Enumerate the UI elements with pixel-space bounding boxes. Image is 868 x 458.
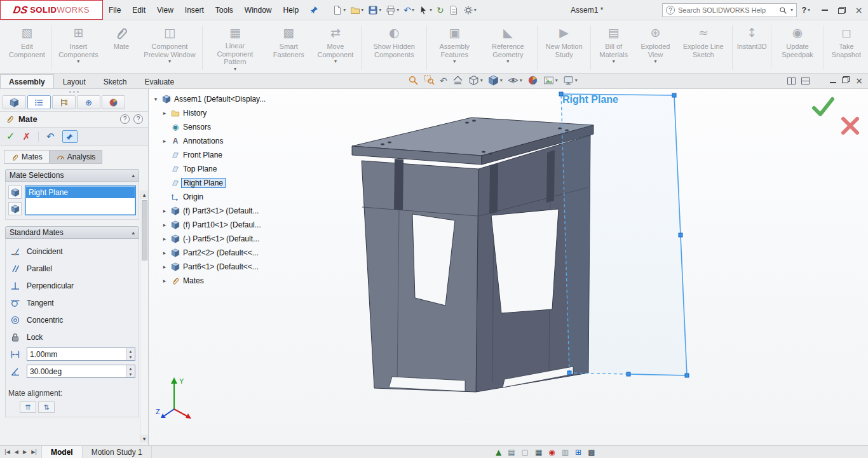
confirm-cancel-button[interactable]: [840, 116, 860, 136]
hide-show-items-icon[interactable]: ▾: [508, 75, 522, 86]
status-icon-4[interactable]: ▦: [535, 448, 542, 456]
confirm-ok-button[interactable]: [811, 95, 836, 118]
tree-root-assembly[interactable]: ▾ Assem1 (Default<Display...: [153, 92, 289, 106]
section-view-icon[interactable]: [452, 75, 463, 86]
selected-right-plane[interactable]: [559, 92, 689, 377]
dropdown-icon[interactable]: ▾: [453, 59, 456, 64]
tab-sketch[interactable]: Sketch: [95, 74, 136, 88]
dropdown-icon[interactable]: ▾: [379, 8, 381, 13]
plane-label[interactable]: Right Plane: [562, 94, 618, 105]
perpendicular-mate-button[interactable]: Perpendicular: [7, 277, 137, 294]
menu-help[interactable]: Help: [278, 0, 305, 20]
assembly-features-button[interactable]: ▣Assembly Features▾: [429, 22, 480, 73]
tree-item-history[interactable]: ▸ History: [153, 106, 289, 120]
help-icon[interactable]: ?: [133, 114, 143, 124]
dropdown-icon[interactable]: ▾: [506, 59, 509, 64]
update-speedpak-button[interactable]: ◉Update Speedpak: [773, 22, 822, 73]
anti-aligned-button[interactable]: ⇅: [38, 401, 55, 413]
dropdown-icon[interactable]: ▾: [474, 8, 477, 13]
dropdown-icon[interactable]: ▾: [234, 67, 236, 72]
scroll-down-icon[interactable]: ▼: [140, 434, 149, 443]
move-component-button[interactable]: ⇄Move Component▾: [312, 22, 360, 73]
mate-selections-header[interactable]: Mate Selections ▴: [5, 169, 139, 182]
menu-insert[interactable]: Insert: [179, 0, 210, 20]
view-settings-icon[interactable]: ▾: [563, 75, 578, 86]
property-manager-tab[interactable]: [27, 95, 51, 109]
cancel-button[interactable]: ✗: [22, 132, 31, 142]
tree-item-part10[interactable]: ▸ (f) Part10<1> (Defaul...: [153, 218, 289, 232]
tree-item-part2[interactable]: ▸ Part2<2> (Default<<...: [153, 246, 289, 260]
display-style-icon[interactable]: ▾: [488, 75, 503, 86]
tree-item-origin[interactable]: Origin: [153, 190, 289, 204]
apply-scene-icon[interactable]: ▾: [543, 75, 558, 86]
dropdown-icon[interactable]: ▾: [613, 59, 615, 64]
graphics-area[interactable]: Right Plane Y Z: [149, 89, 868, 445]
tree-item-part3[interactable]: ▸ (f) Part3<1> (Default...: [153, 204, 289, 218]
undo-button[interactable]: ↶▾: [402, 3, 416, 18]
expander-icon[interactable]: ▸: [161, 264, 168, 270]
search-dropdown-icon[interactable]: ▾: [790, 8, 793, 13]
dropdown-icon[interactable]: ▾: [575, 78, 578, 83]
dimxpert-manager-tab[interactable]: ⊕: [77, 95, 100, 109]
tangent-mate-button[interactable]: Tangent: [7, 294, 137, 311]
expander-icon[interactable]: ▸: [161, 278, 168, 284]
instant3d-button[interactable]: ↕Instant3D: [735, 22, 769, 73]
new-motion-study-button[interactable]: ▶New Motion Study: [539, 22, 588, 73]
dropdown-icon[interactable]: ▾: [412, 8, 414, 13]
panel-splitter[interactable]: [0, 89, 148, 95]
expander-icon[interactable]: ▸: [161, 250, 168, 256]
status-icon-1[interactable]: ▲: [496, 448, 501, 456]
dropdown-icon[interactable]: ▾: [555, 78, 558, 83]
take-snapshot-button[interactable]: ◻Take Snapshot: [826, 22, 867, 73]
doc-minimize-button[interactable]: [830, 76, 836, 85]
dropdown-icon[interactable]: ▾: [334, 59, 337, 64]
insert-components-button[interactable]: ⊞Insert Components▾: [53, 22, 104, 73]
new-document-button[interactable]: ▾: [330, 3, 348, 18]
analysis-subtab[interactable]: Analysis: [50, 150, 103, 164]
message-help-icon[interactable]: ?: [120, 114, 130, 124]
zoom-to-fit-icon[interactable]: [408, 75, 419, 86]
selected-entity[interactable]: Right Plane: [26, 187, 135, 198]
lock-mate-button[interactable]: Lock: [7, 328, 137, 346]
edit-component-button[interactable]: ▧Edit Component: [5, 22, 49, 73]
menu-view[interactable]: View: [151, 0, 179, 20]
status-icon-6[interactable]: ▥: [562, 448, 569, 456]
parallel-mate-button[interactable]: Parallel: [7, 260, 137, 277]
angle-input[interactable]: ▲▼: [27, 365, 135, 378]
angle-value-field[interactable]: [27, 367, 126, 376]
smart-fasteners-button[interactable]: ▩Smart Fasteners: [266, 22, 311, 73]
nav-prev-icon[interactable]: ◀: [13, 448, 20, 455]
aligned-button[interactable]: ⇈: [20, 401, 36, 413]
distance-value-field[interactable]: [27, 350, 126, 359]
ok-button[interactable]: ✓: [6, 131, 15, 142]
model-tab[interactable]: Model: [41, 446, 83, 458]
display-manager-tab[interactable]: [102, 95, 125, 109]
undo-mate-button[interactable]: ↶: [46, 132, 55, 142]
dropdown-icon[interactable]: ▾: [343, 8, 346, 13]
angle-spinner[interactable]: ▲▼: [126, 365, 135, 377]
search-input[interactable]: [678, 6, 776, 14]
split-pane-vertical-icon[interactable]: [787, 77, 796, 84]
dropdown-icon[interactable]: ▾: [397, 8, 399, 13]
doc-restore-button[interactable]: [842, 76, 850, 85]
dropdown-icon[interactable]: ▾: [480, 78, 483, 83]
close-button[interactable]: ×: [851, 3, 867, 17]
file-properties-button[interactable]: [447, 3, 461, 18]
tree-item-part5[interactable]: ▸ (-) Part5<1> (Default...: [153, 232, 289, 246]
linear-component-pattern-button[interactable]: ▦Linear Component Pattern▾: [205, 22, 266, 73]
scrollbar-thumb[interactable]: [142, 200, 147, 260]
motion-study-tab[interactable]: Motion Study 1: [83, 446, 152, 458]
multiple-mate-mode-icon[interactable]: [8, 202, 22, 215]
configuration-manager-tab[interactable]: [52, 95, 76, 109]
open-button[interactable]: ▾: [348, 3, 365, 18]
search-icon[interactable]: [779, 6, 787, 15]
expander-icon[interactable]: ▸: [161, 222, 168, 228]
menu-window[interactable]: Window: [239, 0, 278, 20]
feature-manager-tab[interactable]: [3, 95, 26, 109]
options-button[interactable]: ▾: [461, 3, 478, 18]
angle-icon[interactable]: [9, 366, 22, 377]
panel-scrollbar[interactable]: ▲ ▼: [140, 191, 148, 443]
nav-last-icon[interactable]: ▶|: [29, 448, 39, 455]
standard-mates-header[interactable]: Standard Mates ▴: [5, 226, 139, 239]
distance-spinner[interactable]: ▲▼: [126, 348, 135, 360]
